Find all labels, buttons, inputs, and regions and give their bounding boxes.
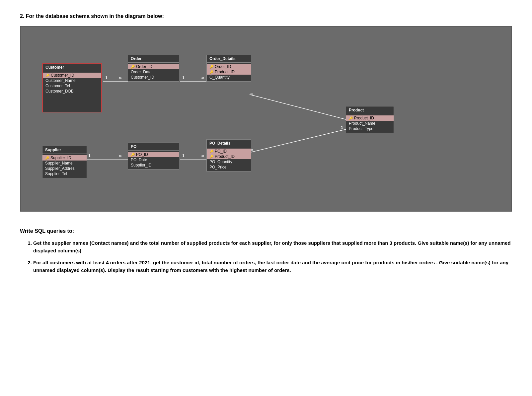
key-icon-po: 🔑	[131, 153, 135, 157]
query-item-1: Get the supplier names (Contact names) a…	[33, 239, 512, 254]
od-product-id-field: 🔑 Product_ID	[207, 69, 251, 75]
order-table-header: Order	[128, 55, 179, 63]
pod-quantity-field: PO_Quantity	[209, 159, 248, 165]
pod-price-field: PO_Price	[209, 165, 248, 170]
svg-line-5	[250, 129, 346, 153]
key-icon-product: 🔑	[349, 116, 353, 120]
customer-tel-field: Customer_Tel	[45, 83, 99, 89]
key-icon: 🔑	[45, 74, 49, 77]
od-quantity-field: O_Quantity	[209, 75, 248, 80]
card-po-pod-1: 1	[182, 154, 185, 158]
po-details-header: PO_Details	[207, 140, 251, 147]
card-supplier-po-1: 1	[88, 154, 91, 158]
card-order-od-inf: ∞	[201, 76, 204, 80]
po-supplier-id-field: Supplier_ID	[131, 163, 176, 168]
er-diagram: 1 ∞ 1 ∞ 1 ∞ 1 ∞ ∞ 1 ∞ Customer 🔑 Custome…	[20, 26, 512, 212]
pod-product-id-field: 🔑 Product_ID	[207, 154, 251, 159]
key-icon-pod2: 🔑	[209, 155, 213, 159]
key-icon-od2: 🔑	[209, 70, 213, 74]
po-date-field: PO_Date	[131, 157, 176, 163]
customer-dob-field: Customer_DOB	[45, 89, 99, 94]
sql-section: Write SQL queries to: Get the supplier n…	[20, 228, 512, 274]
order-details-table: Order_Details 🔑 Order_ID 🔑 Product_ID O_…	[206, 55, 251, 82]
product-name-field: Product_Name	[349, 121, 391, 126]
po-table: PO 🔑 PO_ID PO_Date Supplier_ID	[128, 143, 179, 169]
product-type-field: Product_Type	[349, 126, 391, 131]
customer-name-field: Customer_Name	[45, 78, 99, 83]
product-table: Product 🔑 Product_ID Product_Name Produc…	[346, 106, 394, 133]
supplier-tel-field: Supplier_Tel	[45, 171, 84, 176]
card-od-product-inf: ∞	[251, 91, 254, 96]
relationship-lines	[21, 27, 511, 211]
card-customer-order-1: 1	[105, 76, 108, 80]
product-pk-field: 🔑 Product_ID	[346, 115, 394, 121]
query-item-2: For all customers with at least 4 orders…	[33, 259, 512, 274]
question-header: 2. For the database schema shown in the …	[20, 13, 512, 19]
supplier-name-field: Supplier_Name	[45, 161, 84, 166]
customer-table-header: Customer	[43, 64, 101, 71]
supplier-table-header: Supplier	[42, 146, 87, 154]
order-date-field: Order_Date	[131, 69, 176, 75]
order-customer-id-field: Customer_ID	[131, 75, 176, 80]
od-order-id-field: 🔑 Order_ID	[207, 64, 251, 69]
order-details-header: Order_Details	[207, 55, 251, 63]
order-pk-field: 🔑 Order_ID	[128, 64, 179, 69]
customer-pk-field: 🔑 Customer_ID	[43, 73, 101, 78]
card-supplier-po-inf: ∞	[119, 154, 122, 158]
pod-po-id-field: 🔑 PO_ID	[207, 149, 251, 154]
supplier-pk-field: 🔑 Supplier_ID	[42, 155, 87, 161]
key-icon-od1: 🔑	[209, 65, 213, 69]
supplier-addr-field: Supplier_Addres	[45, 166, 84, 171]
product-table-header: Product	[346, 106, 394, 114]
query-list: Get the supplier names (Contact names) a…	[20, 239, 512, 274]
key-icon-supplier: 🔑	[45, 156, 49, 160]
po-table-header: PO	[128, 143, 179, 151]
card-customer-order-inf: ∞	[119, 76, 122, 80]
order-table: Order 🔑 Order_ID Order_Date Customer_ID	[128, 55, 179, 82]
card-po-pod-inf: ∞	[201, 154, 204, 158]
key-icon-pod1: 🔑	[209, 150, 213, 153]
customer-table: Customer 🔑 Customer_ID Customer_Name Cus…	[42, 63, 102, 112]
po-details-table: PO_Details 🔑 PO_ID 🔑 Product_ID PO_Quant…	[206, 139, 251, 171]
card-order-od-1: 1	[182, 76, 185, 80]
key-icon-order: 🔑	[131, 65, 135, 69]
po-pk-field: 🔑 PO_ID	[128, 152, 179, 157]
supplier-table: Supplier 🔑 Supplier_ID Supplier_Name Sup…	[42, 146, 87, 178]
sql-section-title: Write SQL queries to:	[20, 228, 512, 234]
svg-line-2	[250, 95, 346, 119]
card-pod-product-1: 1	[341, 125, 343, 130]
